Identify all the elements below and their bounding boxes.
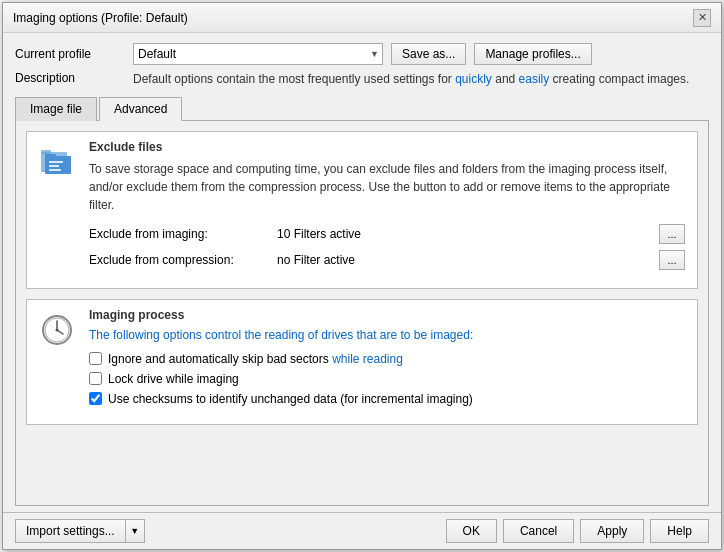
svg-rect-5 [49,165,59,167]
profile-row: Current profile Default Save as... Manag… [15,43,709,65]
description-text: Default options contain the most frequen… [133,71,689,88]
apply-button[interactable]: Apply [580,519,644,543]
profile-select[interactable]: Default [133,43,383,65]
save-as-button[interactable]: Save as... [391,43,466,65]
dialog-title: Imaging options (Profile: Default) [13,11,188,25]
tabs-area: Image file Advanced [15,96,709,506]
exclude-compression-row: Exclude from compression: no Filter acti… [89,250,685,270]
bottom-bar: Import settings... ▼ OK Cancel Apply Hel… [3,512,721,549]
checkbox-bad-sectors-label: Ignore and automatically skip bad sector… [108,352,403,366]
checkbox-lock-drive[interactable] [89,372,102,385]
exclude-files-icon [39,140,79,276]
imaging-options-dialog: Imaging options (Profile: Default) ✕ Cur… [2,2,722,550]
svg-rect-4 [49,161,63,163]
checkbox-checksums[interactable] [89,392,102,405]
clock-icon-svg [39,312,75,348]
exclude-compression-button[interactable]: ... [659,250,685,270]
description-row: Description Default options contain the … [15,71,709,88]
manage-profiles-button[interactable]: Manage profiles... [474,43,591,65]
imaging-process-icon [39,308,79,412]
profile-select-wrapper: Default [133,43,383,65]
imaging-process-section: Imaging process The following options co… [26,299,698,425]
imaging-process-desc: The following options control the readin… [89,328,685,342]
description-label: Description [15,71,125,85]
checkbox-lock-drive-label: Lock drive while imaging [108,372,239,386]
cancel-button[interactable]: Cancel [503,519,574,543]
bottom-right: OK Cancel Apply Help [446,519,709,543]
checkbox-bad-sectors-row: Ignore and automatically skip bad sector… [89,352,685,366]
exclude-imaging-row: Exclude from imaging: 10 Filters active … [89,224,685,244]
tab-content-advanced: Exclude files To save storage space and … [15,121,709,506]
tab-image-file[interactable]: Image file [15,97,97,121]
svg-rect-6 [49,169,61,171]
exclude-files-desc: To save storage space and computing time… [89,160,685,214]
checkbox-lock-drive-row: Lock drive while imaging [89,372,685,386]
files-icon-svg [39,144,75,180]
exclude-compression-value: no Filter active [277,253,651,267]
tab-advanced[interactable]: Advanced [99,97,182,121]
imaging-process-body: Imaging process The following options co… [89,308,685,412]
imaging-process-title: Imaging process [89,308,685,322]
exclude-files-title: Exclude files [89,140,685,154]
svg-point-11 [56,328,59,331]
exclude-files-body: Exclude files To save storage space and … [89,140,685,276]
dialog-content: Current profile Default Save as... Manag… [3,33,721,512]
svg-rect-1 [41,150,51,154]
tab-bar: Image file Advanced [15,96,709,121]
exclude-files-section: Exclude files To save storage space and … [26,131,698,289]
svg-rect-3 [45,154,56,158]
exclude-imaging-button[interactable]: ... [659,224,685,244]
ok-button[interactable]: OK [446,519,497,543]
help-button[interactable]: Help [650,519,709,543]
checkbox-bad-sectors[interactable] [89,352,102,365]
title-bar: Imaging options (Profile: Default) ✕ [3,3,721,33]
checkbox-checksums-label: Use checksums to identify unchanged data… [108,392,473,406]
bottom-left: Import settings... ▼ [15,519,145,543]
close-button[interactable]: ✕ [693,9,711,27]
exclude-imaging-label: Exclude from imaging: [89,227,269,241]
exclude-compression-label: Exclude from compression: [89,253,269,267]
checkbox-checksums-row: Use checksums to identify unchanged data… [89,392,685,406]
import-settings-arrow-button[interactable]: ▼ [125,519,145,543]
profile-label: Current profile [15,47,125,61]
import-settings-button[interactable]: Import settings... [15,519,125,543]
exclude-imaging-value: 10 Filters active [277,227,651,241]
